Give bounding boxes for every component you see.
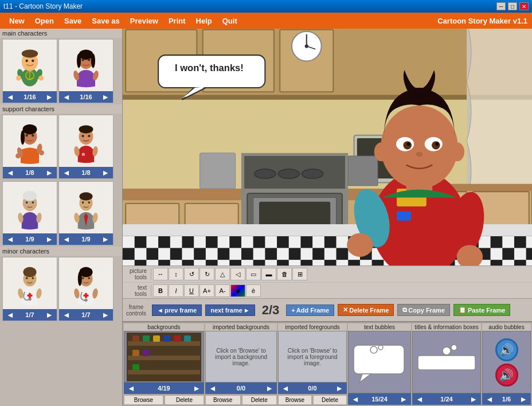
- svg-point-71: [88, 277, 91, 279]
- svg-point-96: [302, 169, 323, 179]
- imp-fg-next[interactable]: ►: [334, 384, 345, 393]
- title-next[interactable]: ►: [468, 395, 479, 404]
- bg-next[interactable]: ►: [191, 384, 202, 393]
- char-3-next[interactable]: ►: [44, 168, 54, 177]
- delete-icon: ✕: [343, 306, 348, 314]
- menu-open[interactable]: Open: [30, 14, 58, 28]
- svg-point-18: [81, 58, 84, 61]
- menu-quit[interactable]: Quit: [218, 14, 242, 28]
- add-frame-btn[interactable]: + Add Frame: [286, 304, 334, 316]
- menubar: New Open Save Save as Preview Print Help…: [0, 13, 532, 29]
- text-bubble-preview: [348, 331, 411, 393]
- tb-prev[interactable]: ◄: [350, 395, 361, 404]
- filter1-btn[interactable]: △: [215, 268, 230, 280]
- minor-characters-label: minor characters: [0, 247, 122, 256]
- char-5-prev[interactable]: ◄: [5, 235, 15, 244]
- imp-bg-delete-btn[interactable]: Delete: [242, 395, 277, 405]
- copy-frame-btn[interactable]: ⧉ Copy Frame: [397, 304, 450, 316]
- menu-print[interactable]: Print: [164, 14, 190, 28]
- audio-prev[interactable]: ◄: [484, 395, 495, 404]
- menu-save[interactable]: Save: [60, 14, 86, 28]
- imp-fg-browse-btn[interactable]: Browse: [278, 395, 312, 405]
- imp-bg-prev[interactable]: ◄: [208, 384, 218, 393]
- char-1-prev[interactable]: ◄: [5, 92, 15, 102]
- char-card-1: ◄ 1/16 ►: [2, 39, 57, 103]
- minimize-button[interactable]: ─: [496, 2, 506, 10]
- picture-tools-row: picturetools ↔ ↕ ↺ ↻ △ ◁ ▭ ▬ 🗑 ⊞: [123, 266, 532, 282]
- filter2-btn[interactable]: ◁: [230, 268, 245, 280]
- svg-point-31: [39, 150, 44, 155]
- text-tools-row: texttools B I U A+ A- ■ è: [123, 282, 532, 298]
- imp-fg-actions: Browse Delete: [278, 395, 347, 405]
- audio-btn-2[interactable]: 🔊: [495, 364, 518, 387]
- imported-bg-label: imported backgrounds: [205, 323, 277, 331]
- imp-bg-next[interactable]: ►: [264, 384, 275, 393]
- flip-v-btn[interactable]: ↕: [169, 268, 183, 280]
- tools-section: picturetools ↔ ↕ ↺ ↻ △ ◁ ▭ ▬ 🗑 ⊞ texttoo…: [123, 266, 532, 298]
- special-char-btn[interactable]: è: [246, 284, 261, 297]
- menu-help[interactable]: Help: [191, 14, 217, 28]
- menu-preview[interactable]: Preview: [126, 14, 163, 28]
- text-bubble-svg: [351, 339, 408, 385]
- underline-btn[interactable]: U: [184, 284, 199, 297]
- paste-frame-btn[interactable]: 📋 Paste Frame: [453, 304, 510, 316]
- close-button[interactable]: ✕: [519, 2, 529, 10]
- menu-new[interactable]: New: [5, 14, 29, 28]
- flip-h-btn[interactable]: ↔: [153, 268, 168, 280]
- filter4-btn[interactable]: ▬: [261, 268, 276, 280]
- bg-count: 4/19: [158, 385, 170, 392]
- imported-fg-message: Click on 'Browse' to import a foreground…: [281, 348, 344, 366]
- bg-delete-btn[interactable]: Delete: [165, 395, 204, 405]
- char-3-prev[interactable]: ◄: [5, 168, 15, 177]
- italic-btn[interactable]: I: [169, 284, 183, 297]
- filter3-btn[interactable]: ▭: [246, 268, 261, 280]
- audio-next[interactable]: ►: [518, 395, 529, 404]
- delete-frame-btn[interactable]: ✕ Delete Frame: [338, 304, 394, 316]
- char-6-prev[interactable]: ◄: [61, 235, 72, 244]
- char-7-prev[interactable]: ◄: [5, 310, 15, 319]
- menu-saveas[interactable]: Save as: [87, 14, 124, 28]
- char-5-svg: [7, 185, 53, 231]
- char-6-nav: ◄ 1/9 ►: [59, 233, 113, 245]
- char-card-5: ◄ 1/9 ►: [2, 181, 57, 245]
- text-tools-label: texttools: [125, 284, 149, 297]
- bg-prev[interactable]: ◄: [126, 384, 136, 393]
- titles-label: titles & information boxes: [412, 323, 481, 331]
- color-btn[interactable]: ■: [230, 284, 245, 297]
- delete-btn[interactable]: 🗑: [277, 268, 292, 280]
- char-4-prev[interactable]: ◄: [61, 168, 72, 177]
- imp-bg-browse-btn[interactable]: Browse: [205, 395, 241, 405]
- titlebar-title: t11 - Cartoon Story Maker: [3, 2, 83, 10]
- char-img-2: [59, 40, 113, 91]
- char-8-next[interactable]: ►: [100, 310, 111, 319]
- bold-btn[interactable]: B: [153, 284, 168, 297]
- maximize-button[interactable]: □: [508, 2, 517, 10]
- char-5-next[interactable]: ►: [44, 235, 54, 244]
- char-2-count: 1/16: [80, 93, 92, 100]
- char-6-next[interactable]: ►: [100, 235, 111, 244]
- audio-btn-1[interactable]: 🔊: [495, 338, 518, 361]
- char-4-next[interactable]: ►: [100, 168, 111, 177]
- tb-next[interactable]: ►: [398, 395, 409, 404]
- font-increase-btn[interactable]: A+: [200, 284, 214, 297]
- char-7-next[interactable]: ►: [44, 310, 54, 319]
- char-1-next[interactable]: ►: [44, 92, 54, 102]
- frame-count-display: 2/3: [262, 303, 280, 318]
- char-2-prev[interactable]: ◄: [61, 92, 72, 102]
- next-frame-btn[interactable]: next frame ►: [205, 304, 255, 316]
- svg-point-22: [21, 148, 38, 162]
- svg-rect-119: [397, 211, 411, 221]
- extra-btn[interactable]: ⊞: [292, 268, 307, 280]
- add-icon: +: [291, 307, 295, 314]
- char-8-prev[interactable]: ◄: [61, 310, 72, 319]
- char-2-next[interactable]: ►: [100, 92, 111, 102]
- svg-rect-145: [143, 335, 150, 342]
- font-decrease-btn[interactable]: A-: [215, 284, 230, 297]
- imp-fg-prev[interactable]: ◄: [280, 384, 291, 393]
- imp-fg-delete-btn[interactable]: Delete: [313, 395, 347, 405]
- rotate-ccw-btn[interactable]: ↺: [184, 268, 199, 280]
- bg-browse-btn[interactable]: Browse: [124, 395, 163, 405]
- rotate-cw-btn[interactable]: ↻: [200, 268, 214, 280]
- prev-frame-btn[interactable]: ◄ prev frame: [152, 304, 202, 316]
- title-prev[interactable]: ◄: [414, 395, 425, 404]
